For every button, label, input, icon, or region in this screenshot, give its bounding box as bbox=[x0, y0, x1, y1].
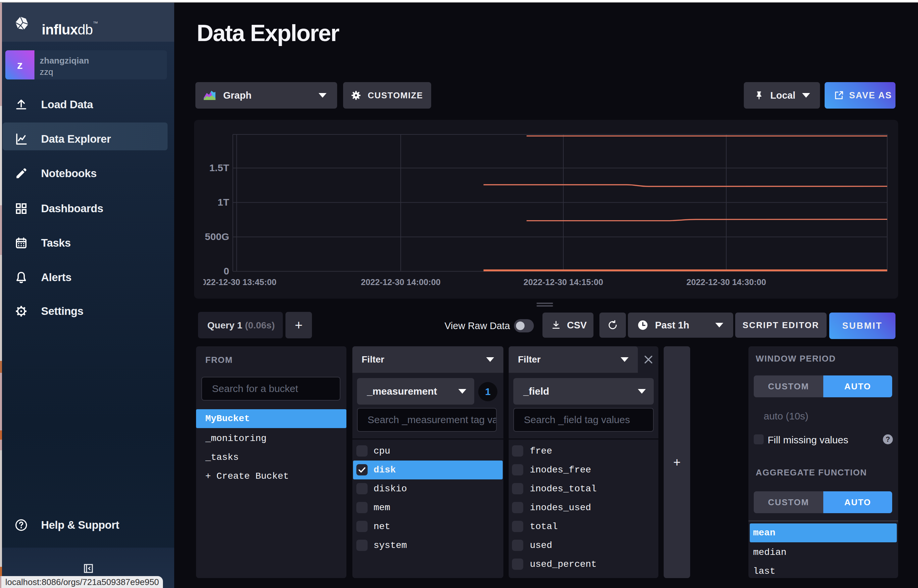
svg-text:1.5T: 1.5T bbox=[209, 162, 229, 173]
svg-text:2022-12-30 14:15:00: 2022-12-30 14:15:00 bbox=[524, 278, 603, 287]
svg-text:0: 0 bbox=[223, 265, 229, 276]
svg-text:1T: 1T bbox=[218, 197, 229, 208]
svg-text:2022-12-30 13:45:00: 2022-12-30 13:45:00 bbox=[203, 278, 276, 287]
svg-text:500G: 500G bbox=[205, 231, 229, 242]
svg-text:2022-12-30 14:00:00: 2022-12-30 14:00:00 bbox=[361, 278, 440, 287]
svg-text:2022-12-30 14:30:00: 2022-12-30 14:30:00 bbox=[687, 278, 766, 287]
